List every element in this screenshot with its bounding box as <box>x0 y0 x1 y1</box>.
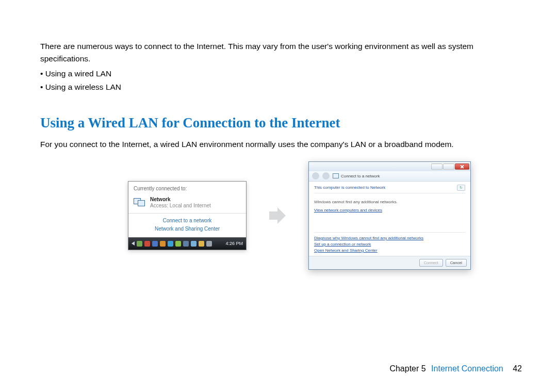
bottom-links: Diagnose why Windows cannot find any add… <box>314 232 465 254</box>
link-connect-network[interactable]: Connect to a network <box>128 217 246 225</box>
nav-back-icon[interactable] <box>312 172 319 179</box>
intro-paragraph: There are numerous ways to connect to th… <box>40 40 521 65</box>
dialog-body: This computer is connected to Network ↻ … <box>309 182 470 256</box>
tray-icon[interactable] <box>183 241 189 247</box>
dialog-button-row: Connect Cancel <box>309 256 470 269</box>
minimize-button[interactable] <box>431 164 443 170</box>
bullet-item: Using a wired LAN <box>40 67 521 80</box>
tray-icon[interactable] <box>206 241 212 247</box>
system-tray: 4:26 PM <box>128 237 246 250</box>
figure-row: Currently connected to: Network Access: … <box>40 161 521 270</box>
window-title: Connect to a network <box>333 173 380 178</box>
page-footer: Chapter 5 Internet Connection 42 <box>389 364 522 373</box>
footer-page-number: 42 <box>513 364 522 373</box>
link-open-center[interactable]: Open Network and Sharing Center <box>314 248 465 254</box>
arrow-right-icon <box>247 205 308 226</box>
status-row: This computer is connected to Network ↻ <box>314 185 465 193</box>
connect-button[interactable]: Connect <box>419 259 443 267</box>
link-view-devices[interactable]: View network computers and devices <box>314 207 465 214</box>
tray-icon[interactable] <box>137 241 142 247</box>
tray-icon[interactable] <box>152 241 158 247</box>
network-icon <box>134 197 147 208</box>
document-page: There are numerous ways to connect to th… <box>0 0 557 392</box>
connect-dialog: Connect to a network This computer is co… <box>308 161 471 270</box>
cancel-button[interactable]: Cancel <box>446 259 467 267</box>
refresh-button[interactable]: ↻ <box>457 185 465 191</box>
maximize-button[interactable] <box>443 164 454 170</box>
address-bar: Connect to a network <box>309 171 470 182</box>
section-paragraph: For you connect to the Internet, a wired… <box>40 138 521 150</box>
link-diagnose[interactable]: Diagnose why Windows cannot find any add… <box>314 235 465 241</box>
nav-forward-icon[interactable] <box>322 172 330 179</box>
network-name: Network <box>150 197 170 202</box>
window-icon <box>333 173 339 178</box>
footer-title: Internet Connection <box>431 364 503 373</box>
status-text: This computer is connected to Network <box>314 185 385 190</box>
link-sharing-center[interactable]: Network and Sharing Center <box>128 225 246 233</box>
tray-arrow-icon <box>132 241 135 246</box>
tray-clock: 4:26 PM <box>223 241 243 246</box>
flyout-network-row: Network Access: Local and Internet <box>128 194 246 213</box>
network-text: Network Access: Local and Internet <box>150 197 211 209</box>
tray-icon[interactable] <box>175 241 181 247</box>
bullet-item: Using a wireless LAN <box>40 80 521 94</box>
tray-icon[interactable] <box>191 241 196 247</box>
tray-icon[interactable] <box>199 241 204 247</box>
network-access-value: Local and Internet <box>170 203 211 208</box>
close-button[interactable] <box>455 164 469 170</box>
section-heading: Using a Wired LAN for Connection to the … <box>40 115 521 131</box>
svg-marker-0 <box>269 207 286 224</box>
tray-icon[interactable] <box>144 241 150 247</box>
network-access-label: Access: <box>150 203 168 208</box>
footer-chapter: Chapter 5 <box>389 364 425 373</box>
message-text: Windows cannot find any additional netwo… <box>314 200 465 204</box>
network-flyout: Currently connected to: Network Access: … <box>128 181 247 250</box>
bullet-list: Using a wired LAN Using a wireless LAN <box>40 67 521 94</box>
window-title-text: Connect to a network <box>341 174 380 178</box>
tray-icon[interactable] <box>168 241 173 247</box>
link-setup[interactable]: Set up a connection or network <box>314 241 465 248</box>
tray-icon[interactable] <box>160 241 166 247</box>
flyout-links: Connect to a network Network and Sharing… <box>128 213 246 237</box>
flyout-header: Currently connected to: <box>128 182 246 194</box>
titlebar <box>309 162 470 171</box>
